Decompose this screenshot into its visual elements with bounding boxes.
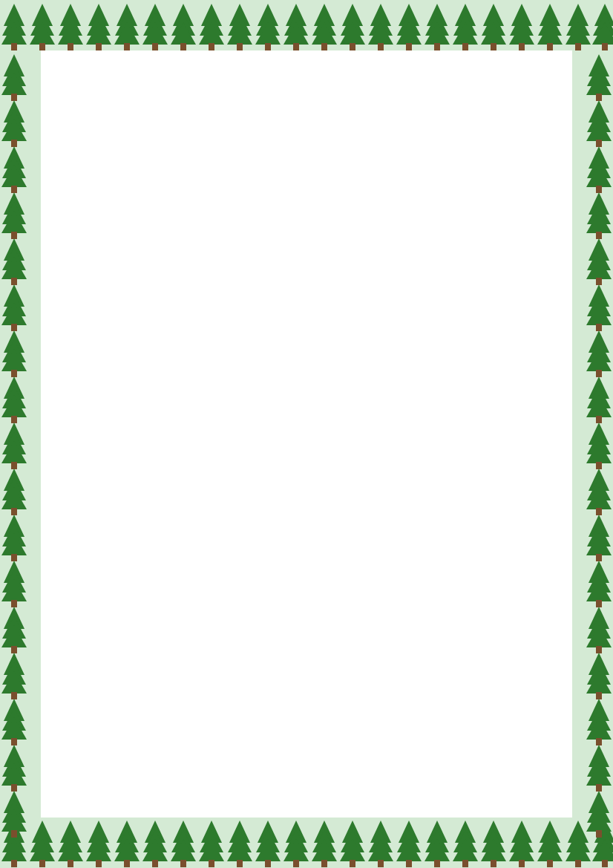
vpi-expect: expect sb to xyxy=(324,427,439,440)
gerund-quit: quit (give up) xyxy=(184,125,306,138)
infinitives-section-title: Common verbs followed by INFINITIVES xyxy=(63,275,266,288)
svg-rect-0 xyxy=(0,0,613,56)
vpi-advise: advise sb to** xyxy=(324,345,439,359)
top-border xyxy=(0,0,613,56)
vpi-force: force sb to xyxy=(439,411,554,424)
vi-wouldlike: would like to xyxy=(175,411,290,424)
bottom-note3-ex: Ex: He advised me to buy a Fiat. xyxy=(206,512,562,523)
gerund-consider: consider (think about) xyxy=(429,125,551,138)
gerund-appreciate: appreciate xyxy=(62,142,184,155)
gerunds-grid: enjoy quit (give up) avoid consider (thi… xyxy=(62,125,551,189)
ex1-italic: stopped talking xyxy=(272,231,334,242)
vi-agree: agree to xyxy=(175,362,290,375)
vpi-allow: allow sb to xyxy=(439,362,554,375)
vpi-want: want sb to xyxy=(324,443,439,457)
gerund-empty1 xyxy=(62,176,184,189)
bottom-note1-row: * intend + gerund / infinitive Ex: I int… xyxy=(51,477,562,489)
vpi-invite: invite sb to xyxy=(439,329,554,342)
gerund-empty2 xyxy=(184,176,306,189)
vpi-encourage: encourage sb to xyxy=(324,362,439,375)
bottom-note2-label: ** advise + gerund xyxy=(51,495,200,506)
gerund-suggest: suggest xyxy=(429,176,551,189)
vi-refuse: refuse to xyxy=(175,378,290,391)
vpi-ask: ask sb to xyxy=(439,394,554,408)
bottom-note2-row: ** advise + gerund Ex: He advised buying… xyxy=(51,495,562,506)
verb-pronoun-list: tell sb to invite sb to advise sb to** p… xyxy=(324,329,553,457)
gerund-postpone: postpone (put off) xyxy=(306,142,429,155)
gerund-keep: keep (keep on) xyxy=(306,176,429,189)
vi-appear: appear to xyxy=(175,394,290,408)
infinitives-title-box: Common verbs followed by INFINITIVES xyxy=(48,270,281,293)
vpi-permit: permit sb to xyxy=(439,345,554,359)
svg-rect-6 xyxy=(11,43,17,50)
bottom-note2-ex: Ex: He advised buying a Fiat. xyxy=(206,495,562,506)
vpi-need: need sb to xyxy=(439,443,554,457)
vpi-order: order sb to xyxy=(324,411,439,424)
bottom-note1-label: * intend + gerund / infinitive xyxy=(51,477,200,489)
vi-promise: promise to xyxy=(60,362,175,375)
vi-plan: plan to xyxy=(175,329,290,342)
verb-boxes-grid: VERB + INFINITIVE hope to plan to intend… xyxy=(48,302,565,469)
ex1-suffix: . The room became quiet. xyxy=(334,231,436,242)
verb-pronoun-title: VERB + (PRO) NOUN + INFINITIVE xyxy=(324,311,553,323)
vi-seem: seem to xyxy=(60,394,175,408)
gerund-stop: stop* xyxy=(184,159,306,172)
verb-pronoun-infinitive-box: VERB + (PRO) NOUN + INFINITIVE tell sb t… xyxy=(312,302,565,469)
bottom-border xyxy=(0,812,613,868)
svg-marker-3 xyxy=(4,4,24,26)
bottom-note1-ex: Ex: I intend to go to the meeting. / I i… xyxy=(206,477,562,489)
gerund-enjoy: enjoy xyxy=(62,125,184,138)
ex2-italic: stopped to talk xyxy=(304,251,364,262)
vpi-tell: tell sb to xyxy=(324,329,439,342)
gerunds-section-box: Common verbs followed by GERUNDS enjoy q… xyxy=(48,97,565,201)
gerund-delay: delay xyxy=(306,159,429,172)
verb-infinitive-title: VERB + INFINITIVE xyxy=(60,311,289,323)
svg-marker-5 xyxy=(1,22,27,45)
vpi-remind: remind sb to xyxy=(324,378,439,391)
vpi-wouldlike: would like sb to xyxy=(439,427,554,440)
vi-intend: intend to* xyxy=(60,345,175,359)
gerunds-ex2: While I was walking down the street, I r… xyxy=(51,249,562,264)
gerunds-note1: * stop doing st ≠ stop to do st (stop in… xyxy=(51,210,562,225)
vi-want: want to xyxy=(60,427,175,440)
gerund-avoid: avoid xyxy=(306,125,429,138)
verb-infinitive-box: VERB + INFINITIVE hope to plan to intend… xyxy=(48,302,301,469)
vi-offer: offer to xyxy=(60,378,175,391)
ex2-suffix: to him. xyxy=(364,251,395,262)
vi-decide: decide to xyxy=(175,345,290,359)
page-title: GERUNDS AND INFINITIVES xyxy=(48,59,565,87)
vi-hope: hope to xyxy=(60,329,175,342)
vi-pretend: pretend to xyxy=(60,411,175,424)
gerund-discuss: discuss (talk about) xyxy=(429,142,551,155)
gerund-mind: mind xyxy=(62,159,184,172)
gerunds-ex1: Ex: When the professor entered the room,… xyxy=(51,229,562,244)
vpi-require: require sb to xyxy=(324,394,439,408)
vpi-warn: warn sb to xyxy=(439,378,554,391)
ex2-prefix: While I was walking down the street, I r… xyxy=(51,251,304,262)
bottom-note3-label: advise + pronoun + infinitive xyxy=(51,512,200,523)
gerund-mention: mention xyxy=(429,159,551,172)
gerunds-notes: * stop doing st ≠ stop to do st (stop in… xyxy=(48,210,565,264)
verb-infinitive-list: hope to plan to intend to* decide to pro… xyxy=(60,329,289,440)
main-content: GERUNDS AND INFINITIVES Common verbs fol… xyxy=(48,59,565,809)
vi-need: need to xyxy=(175,427,290,440)
gerunds-section-title: Common verbs followed by GERUNDS xyxy=(62,106,551,119)
bottom-note3-row: advise + pronoun + infinitive Ex: He adv… xyxy=(51,512,562,523)
bottom-notes: * intend + gerund / infinitive Ex: I int… xyxy=(48,477,565,523)
ex1-prefix: Ex: When the professor entered the room,… xyxy=(51,231,272,242)
gerund-finish: finish (get through) xyxy=(184,142,306,155)
svg-marker-4 xyxy=(2,13,26,36)
